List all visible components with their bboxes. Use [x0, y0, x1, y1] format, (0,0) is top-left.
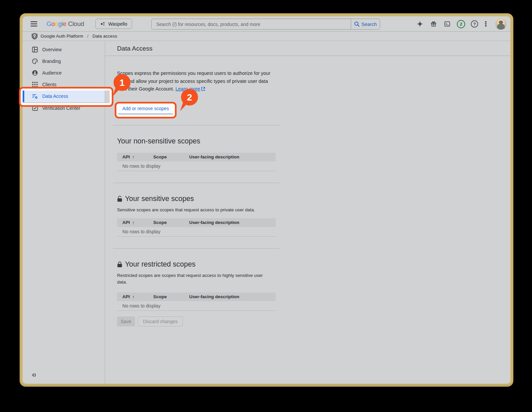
- breadcrumb-root[interactable]: Google Auth Platform: [41, 34, 83, 39]
- table-header-row: API↑ Scope User-facing description: [117, 218, 276, 227]
- google-cloud-logo[interactable]: Google Cloud: [47, 20, 84, 28]
- top-bar-actions: 2 ? •••: [416, 16, 506, 32]
- project-name: Waspello: [108, 21, 127, 27]
- desktop-background: { "topbar": { "logo": { "g0":"G","g1":"o…: [0, 0, 532, 412]
- non-sensitive-scopes-title: Your non-sensitive scopes: [117, 137, 510, 145]
- help-icon[interactable]: ?: [471, 20, 478, 28]
- search-icon: [354, 21, 360, 27]
- breadcrumb: Google Auth Platform / Data access: [23, 32, 510, 41]
- section-divider: [113, 125, 279, 125]
- project-selector[interactable]: Waspello: [95, 19, 132, 29]
- table-header-description[interactable]: User-facing description: [189, 154, 276, 159]
- sidebar-nav: Overview Branding Audience: [23, 41, 105, 384]
- sort-ascending-icon: ↑: [132, 154, 135, 160]
- account-avatar[interactable]: [495, 19, 506, 30]
- learn-more-link[interactable]: Learn more: [176, 86, 200, 92]
- sidebar-item-label: Audience: [42, 70, 62, 76]
- page-header: Data Access: [105, 41, 510, 56]
- cloud-shell-icon[interactable]: [443, 20, 451, 28]
- global-search-bar: Search: [151, 19, 380, 30]
- table-header-row: API↑ Scope User-facing description: [117, 153, 276, 161]
- breadcrumb-current: Data access: [92, 34, 117, 39]
- search-input[interactable]: [152, 19, 351, 29]
- top-bar: Google Cloud Waspello Search: [23, 16, 510, 32]
- gemini-sparkle-icon[interactable]: [416, 20, 424, 28]
- save-button[interactable]: Save: [117, 316, 135, 326]
- scopes-intro-text: Scopes express the permissions you reque…: [117, 70, 273, 93]
- empty-table-row: No rows to display: [117, 161, 276, 171]
- table-header-api[interactable]: API↑: [122, 220, 153, 225]
- sidebar-item-clients[interactable]: Clients: [23, 79, 105, 90]
- notifications-badge[interactable]: 2: [457, 20, 465, 28]
- discard-changes-button[interactable]: Discard changes: [138, 316, 183, 326]
- table-header-scope[interactable]: Scope: [153, 294, 189, 299]
- table-header-description[interactable]: User-facing description: [189, 294, 276, 299]
- audience-person-icon: [32, 70, 38, 76]
- page-title: Data Access: [117, 45, 153, 52]
- table-header-api[interactable]: API↑: [122, 294, 153, 300]
- search-button[interactable]: Search: [351, 19, 380, 29]
- restricted-scopes-table: API↑ Scope User-facing description No ro…: [117, 293, 276, 311]
- sidebar-item-label: Clients: [42, 82, 57, 87]
- cloud-wordmark: Cloud: [68, 20, 84, 28]
- collapse-sidebar-icon[interactable]: [31, 372, 37, 378]
- sidebar-item-audience[interactable]: Audience: [23, 67, 105, 79]
- data-access-icon: [32, 93, 38, 99]
- table-header-description[interactable]: User-facing description: [189, 220, 276, 225]
- clients-grid-icon: [32, 82, 38, 88]
- browser-window: Google Cloud Waspello Search: [23, 16, 510, 384]
- table-header-row: API↑ Scope User-facing description: [117, 293, 276, 301]
- sensitive-scopes-description: Sensitive scopes are scopes that request…: [117, 207, 268, 213]
- more-options-icon[interactable]: •••: [484, 21, 488, 27]
- empty-table-row: No rows to display: [117, 227, 276, 237]
- sensitive-scopes-title: Your sensitive scopes: [117, 195, 510, 203]
- lock-open-icon: [117, 196, 122, 202]
- main-panel: Data Access Scopes express the permissio…: [105, 41, 510, 384]
- section-divider: [113, 248, 279, 249]
- sidebar-item-overview[interactable]: Overview: [23, 44, 105, 55]
- sensitive-scopes-table: API↑ Scope User-facing description No ro…: [117, 218, 276, 237]
- page-body: Scopes express the permissions you reque…: [105, 56, 510, 384]
- restricted-scopes-description: Restricted scopes are scopes that reques…: [117, 272, 268, 286]
- sidebar-item-label: Overview: [42, 47, 62, 52]
- external-link-icon: [201, 87, 205, 91]
- form-actions: Save Discard changes: [117, 316, 510, 326]
- auth-platform-shield-icon: [32, 33, 38, 40]
- sidebar-item-label: Verification Center: [42, 105, 80, 111]
- sidebar-item-data-access[interactable]: Data Access: [23, 90, 105, 102]
- lock-closed-icon: [117, 261, 122, 268]
- breadcrumb-separator: /: [87, 34, 88, 39]
- gift-icon[interactable]: [430, 20, 438, 28]
- overview-icon: [32, 47, 38, 53]
- branding-palette-icon: [32, 58, 38, 64]
- table-header-scope[interactable]: Scope: [153, 154, 189, 159]
- sort-ascending-icon: ↑: [132, 220, 135, 225]
- non-sensitive-scopes-table: API↑ Scope User-facing description No ro…: [117, 153, 276, 171]
- empty-table-row: No rows to display: [117, 301, 276, 311]
- add-or-remove-scopes-button[interactable]: Add or remove scopes: [117, 103, 174, 114]
- project-icon: [100, 21, 105, 27]
- sort-ascending-icon: ↑: [132, 294, 135, 300]
- table-header-api[interactable]: API↑: [122, 154, 153, 160]
- table-header-scope[interactable]: Scope: [153, 220, 189, 225]
- restricted-scopes-title: Your restricted scopes: [117, 260, 510, 269]
- content-area: Overview Branding Audience: [23, 41, 510, 384]
- sidebar-item-verification-center[interactable]: Verification Center: [23, 102, 105, 114]
- hamburger-menu-icon[interactable]: [30, 20, 38, 28]
- sidebar-item-label: Data Access: [42, 94, 68, 99]
- verification-check-icon: [32, 105, 38, 111]
- sidebar-item-label: Branding: [42, 59, 61, 64]
- sidebar-item-branding[interactable]: Branding: [23, 55, 105, 67]
- window-frame: Google Cloud Waspello Search: [20, 13, 513, 387]
- section-divider: [113, 183, 279, 183]
